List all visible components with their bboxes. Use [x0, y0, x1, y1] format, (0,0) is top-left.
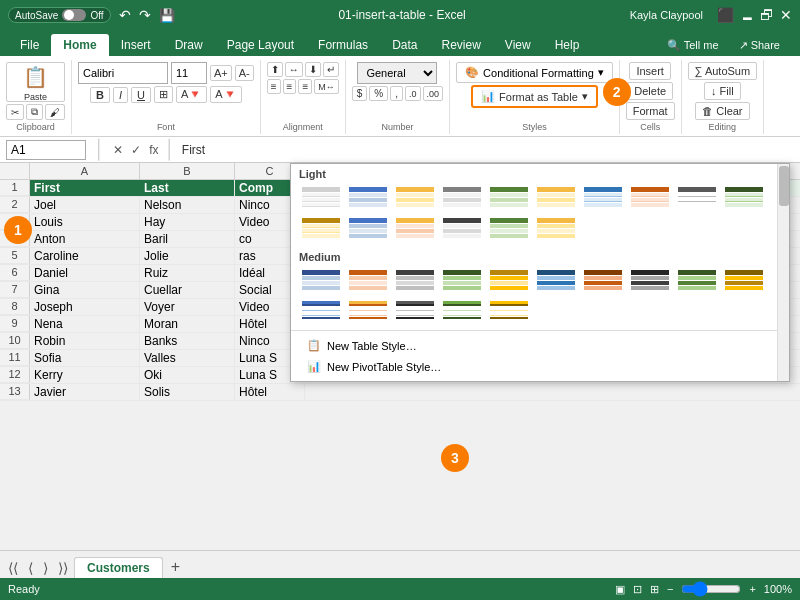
col-header-b[interactable]: B [140, 163, 235, 179]
scrollbar-thumb[interactable] [779, 166, 789, 206]
wrap-text-button[interactable]: ↵ [323, 62, 339, 77]
scrollbar-track[interactable] [777, 164, 789, 381]
cell-a8[interactable]: Joseph [30, 299, 140, 315]
cell-a11[interactable]: Sofia [30, 350, 140, 366]
table-style-medium-gray1[interactable] [393, 267, 437, 295]
tab-home[interactable]: Home [51, 34, 108, 56]
table-style-medium-yellow3[interactable] [487, 298, 531, 326]
align-middle-button[interactable]: ↔ [285, 62, 303, 77]
new-pivot-style-item[interactable]: 📊 New PivotTable Style… [299, 356, 781, 377]
zoom-in-icon[interactable]: + [749, 583, 755, 595]
italic-button[interactable]: I [113, 87, 128, 103]
confirm-formula-icon[interactable]: ✓ [131, 143, 141, 157]
number-format-select[interactable]: General [357, 62, 437, 84]
cell-b13[interactable]: Solis [140, 384, 235, 400]
cancel-formula-icon[interactable]: ✕ [113, 143, 123, 157]
cell-a12[interactable]: Kerry [30, 367, 140, 383]
decrease-font-button[interactable]: A- [235, 65, 254, 81]
table-style-light-green3[interactable] [487, 215, 531, 243]
cell-b5[interactable]: Jolie [140, 248, 235, 264]
tab-data[interactable]: Data [380, 34, 429, 56]
maximize-icon[interactable]: 🗗 [760, 7, 774, 23]
cell-b12[interactable]: Oki [140, 367, 235, 383]
delete-cells-button[interactable]: Delete [627, 82, 673, 100]
tab-page-layout[interactable]: Page Layout [215, 34, 306, 56]
autosum-button[interactable]: ∑ AutoSum [688, 62, 758, 80]
sheet-tab-customers[interactable]: Customers [74, 557, 163, 578]
table-style-light-yellow3[interactable] [534, 215, 578, 243]
tab-view[interactable]: View [493, 34, 543, 56]
redo-icon[interactable]: ↷ [139, 7, 151, 23]
currency-button[interactable]: $ [352, 86, 368, 101]
tab-review[interactable]: Review [429, 34, 492, 56]
table-style-medium-orange2[interactable] [581, 267, 625, 295]
align-bottom-button[interactable]: ⬇ [305, 62, 321, 77]
insert-function-icon[interactable]: fx [149, 143, 158, 157]
merge-cells-button[interactable]: M↔ [314, 79, 339, 94]
font-name-input[interactable] [78, 62, 168, 84]
format-as-table-button[interactable]: 📊 Format as Table ▾ [472, 86, 597, 107]
sheet-nav-last[interactable]: ⟩⟩ [54, 558, 72, 578]
table-style-medium-orange3[interactable] [346, 298, 390, 326]
table-style-medium-gray3[interactable] [393, 298, 437, 326]
align-center-button[interactable]: ≡ [283, 79, 297, 94]
table-style-light-gray1[interactable] [440, 184, 484, 212]
col-header-a[interactable]: A [30, 163, 140, 179]
align-right-button[interactable]: ≡ [298, 79, 312, 94]
cell-c13[interactable]: Hôtel [235, 384, 305, 400]
tab-file[interactable]: File [8, 34, 51, 56]
tab-formulas[interactable]: Formulas [306, 34, 380, 56]
tab-insert[interactable]: Insert [109, 34, 163, 56]
align-top-button[interactable]: ⬆ [267, 62, 283, 77]
cell-b3[interactable]: Hay [140, 214, 235, 230]
table-style-light-blue1[interactable] [346, 184, 390, 212]
table-style-medium-green2[interactable] [675, 267, 719, 295]
clear-button[interactable]: 🗑 Clear [695, 102, 749, 120]
zoom-slider[interactable] [681, 581, 741, 597]
cell-a3[interactable]: Louis [30, 214, 140, 230]
sheet-nav-first[interactable]: ⟨⟨ [4, 558, 22, 578]
border-button[interactable]: ⊞ [154, 86, 173, 103]
cell-a5[interactable]: Caroline [30, 248, 140, 264]
cell-a13[interactable]: Javier [30, 384, 140, 400]
table-style-medium-darkgray2[interactable] [628, 267, 672, 295]
add-sheet-button[interactable]: + [165, 556, 186, 578]
cell-b7[interactable]: Cuellar [140, 282, 235, 298]
bold-button[interactable]: B [90, 87, 110, 103]
cell-a2[interactable]: Joel [30, 197, 140, 213]
share-button[interactable]: ↗ Share [727, 35, 792, 56]
cell-b6[interactable]: Ruiz [140, 265, 235, 281]
cell-b9[interactable]: Moran [140, 316, 235, 332]
underline-button[interactable]: U [131, 87, 151, 103]
table-style-light-orange3[interactable] [393, 215, 437, 243]
sheet-nav-next[interactable]: ⟩ [39, 558, 52, 578]
zoom-out-icon[interactable]: − [667, 583, 673, 595]
fill-color-button[interactable]: A🔻 [176, 86, 207, 103]
view-page-break-icon[interactable]: ⊞ [650, 583, 659, 596]
table-style-light-orange1[interactable] [393, 184, 437, 212]
cell-b11[interactable]: Valles [140, 350, 235, 366]
table-style-light-orange2[interactable] [628, 184, 672, 212]
view-page-layout-icon[interactable]: ⊡ [633, 583, 642, 596]
ribbon-display-icon[interactable]: ⬛ [717, 7, 734, 23]
table-style-medium-blue1[interactable] [299, 267, 343, 295]
table-style-medium-green1[interactable] [440, 267, 484, 295]
cell-b10[interactable]: Banks [140, 333, 235, 349]
cell-b8[interactable]: Voyer [140, 299, 235, 315]
table-style-light-yellow1[interactable] [534, 184, 578, 212]
table-style-medium-blue3[interactable] [299, 298, 343, 326]
align-left-button[interactable]: ≡ [267, 79, 281, 94]
table-style-medium-orange1[interactable] [346, 267, 390, 295]
table-style-none[interactable] [299, 184, 343, 212]
cell-a4[interactable]: Anton [30, 231, 140, 247]
decrease-decimal-button[interactable]: .0 [405, 86, 421, 101]
table-style-light-green1[interactable] [487, 184, 531, 212]
cell-a9[interactable]: Nena [30, 316, 140, 332]
sheet-nav-prev[interactable]: ⟨ [24, 558, 37, 578]
table-style-medium-blue2[interactable] [534, 267, 578, 295]
cell-b1[interactable]: Last [140, 180, 235, 196]
tab-help[interactable]: Help [543, 34, 592, 56]
cut-button[interactable]: ✂ [6, 104, 24, 120]
paste-button[interactable]: 📋 Paste [6, 62, 65, 102]
new-table-style-item[interactable]: 📋 New Table Style… [299, 335, 781, 356]
